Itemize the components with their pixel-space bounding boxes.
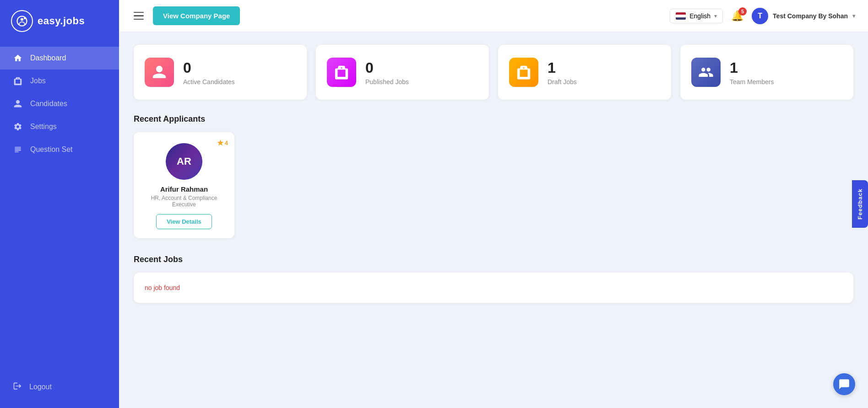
svg-point-2 [24, 17, 26, 19]
applicant-card: ★ 4 AR Arifur Rahman HR, Account & Compl… [134, 132, 234, 238]
star-icon: ★ [217, 139, 223, 147]
star-rating: ★ 4 [217, 139, 228, 147]
company-avatar: T [752, 8, 768, 24]
active-candidates-icon-box [145, 58, 174, 87]
lang-chevron-icon: ▾ [714, 13, 717, 19]
settings-icon [13, 122, 23, 132]
stat-card-active-candidates: 0 Active Candidates [134, 45, 307, 100]
recent-applicants-title: Recent Applicants [134, 114, 853, 124]
active-candidates-number: 0 [183, 59, 235, 76]
recent-jobs-title: Recent Jobs [134, 255, 853, 264]
team-members-number: 1 [730, 59, 774, 76]
sidebar-label-jobs: Jobs [30, 77, 46, 85]
feedback-wrapper[interactable]: Feedback [852, 180, 868, 228]
company-selector[interactable]: T Test Company By Sohan ▾ [752, 8, 855, 24]
chat-bubble-button[interactable] [833, 373, 855, 395]
star-count: 4 [225, 140, 228, 146]
logout-label: Logout [29, 383, 52, 391]
recent-jobs-section: Recent Jobs no job found [134, 255, 853, 303]
draft-jobs-icon-box [509, 58, 538, 87]
logo-icon [11, 10, 33, 32]
question-set-icon [13, 145, 23, 155]
team-members-label: Team Members [730, 78, 774, 86]
main-content: View Company Page English ▾ 🔔 5 T Test C… [119, 0, 868, 408]
sidebar: easy.jobs Dashboard Jobs Candidates Sett… [0, 0, 119, 408]
sidebar-item-settings[interactable]: Settings [0, 115, 119, 138]
draft-jobs-info: 1 Draft Jobs [548, 59, 577, 86]
view-details-button[interactable]: View Details [156, 214, 212, 229]
flag-icon [676, 12, 686, 20]
stat-card-draft-jobs: 1 Draft Jobs [498, 45, 671, 100]
draft-jobs-number: 1 [548, 59, 577, 76]
sidebar-label-dashboard: Dashboard [30, 54, 66, 62]
stat-card-team-members: 1 Team Members [680, 45, 853, 100]
notification-badge: 5 [738, 7, 747, 16]
sidebar-item-question-set[interactable]: Question Set [0, 138, 119, 161]
applicant-role: HR, Account & Compliance Executive [143, 195, 225, 208]
active-candidates-info: 0 Active Candidates [183, 59, 235, 86]
company-name: Test Company By Sohan [773, 12, 848, 20]
published-jobs-info: 0 Published Jobs [365, 59, 409, 86]
recent-applicants-section: Recent Applicants ★ 4 AR Arifur Rahman H… [134, 114, 853, 238]
team-members-info: 1 Team Members [730, 59, 774, 86]
language-selector[interactable]: English ▾ [670, 9, 723, 23]
published-jobs-number: 0 [365, 59, 409, 76]
page-content: 0 Active Candidates 0 Published Jobs [119, 32, 868, 408]
svg-point-1 [21, 18, 23, 21]
applicants-grid: ★ 4 AR Arifur Rahman HR, Account & Compl… [134, 132, 853, 238]
active-candidates-label: Active Candidates [183, 78, 235, 86]
sidebar-nav: Dashboard Jobs Candidates Settings Quest… [0, 42, 119, 375]
sidebar-item-dashboard[interactable]: Dashboard [0, 47, 119, 70]
language-label: English [689, 12, 711, 20]
published-jobs-label: Published Jobs [365, 78, 409, 86]
home-icon [13, 53, 23, 63]
feedback-button[interactable]: Feedback [852, 180, 868, 228]
applicant-avatar: AR [166, 143, 202, 180]
no-job-text: no job found [145, 280, 180, 295]
stats-grid: 0 Active Candidates 0 Published Jobs [134, 45, 853, 100]
recent-jobs-card: no job found [134, 273, 853, 303]
logo-text: easy.jobs [38, 15, 85, 27]
sidebar-label-settings: Settings [30, 123, 57, 131]
stat-card-published-jobs: 0 Published Jobs [316, 45, 489, 100]
company-chevron-icon: ▾ [852, 13, 855, 19]
logout-icon [13, 381, 22, 392]
topbar: View Company Page English ▾ 🔔 5 T Test C… [119, 0, 868, 32]
draft-jobs-label: Draft Jobs [548, 78, 577, 86]
jobs-icon [13, 76, 23, 86]
logo-container: easy.jobs [0, 0, 119, 42]
candidates-icon [13, 99, 23, 109]
sidebar-item-candidates[interactable]: Candidates [0, 92, 119, 115]
logout-button[interactable]: Logout [0, 375, 119, 399]
sidebar-label-candidates: Candidates [30, 100, 67, 108]
view-company-button[interactable]: View Company Page [153, 6, 240, 25]
team-members-icon-box [691, 58, 721, 87]
applicant-name: Arifur Rahman [160, 185, 208, 193]
published-jobs-icon-box [327, 58, 356, 87]
bell-button[interactable]: 🔔 5 [731, 10, 743, 22]
avatar-image: AR [166, 143, 202, 180]
sidebar-label-question-set: Question Set [30, 145, 73, 154]
hamburger-button[interactable] [132, 10, 146, 22]
topbar-right: English ▾ 🔔 5 T Test Company By Sohan ▾ [670, 8, 855, 24]
sidebar-item-jobs[interactable]: Jobs [0, 70, 119, 92]
